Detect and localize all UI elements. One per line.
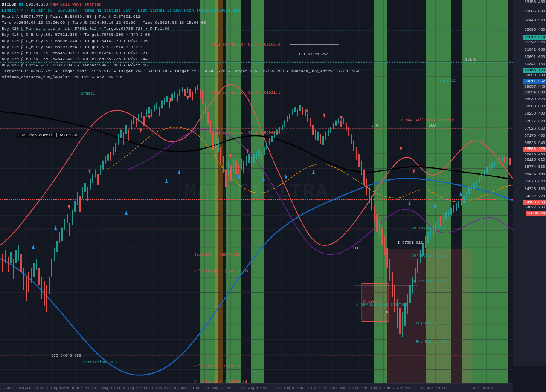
- svg-rect-198: [361, 161, 362, 175]
- price-54188: 54188.369: [523, 200, 546, 205]
- time-9aug: 9 Aug 10:00: [123, 386, 147, 391]
- svg-rect-238: [463, 196, 465, 203]
- price-60341: 60341.160: [524, 62, 545, 66]
- price-59657: 59657.448: [523, 84, 546, 89]
- svg-rect-147: [230, 165, 232, 181]
- svg-marker-272: [148, 115, 151, 119]
- svg-rect-230: [443, 214, 444, 223]
- svg-rect-235: [456, 203, 457, 211]
- info-line-2: Point A:55974.777 | Point B:58639.488 | …: [2, 14, 359, 20]
- svg-marker-261: [178, 170, 180, 174]
- svg-marker-260: [165, 179, 168, 183]
- price-axis: 63155.456 62805.000 62443.920 62093.460 …: [513, 0, 546, 366]
- time-10aug-am: 10 Aug 02:00: [149, 386, 175, 391]
- svg-rect-63: [15, 250, 17, 263]
- svg-rect-163: [271, 136, 273, 142]
- svg-rect-91: [87, 187, 88, 201]
- svg-rect-105: [123, 132, 124, 145]
- price-54372: 54372.720: [524, 194, 545, 199]
- svg-rect-114: [146, 109, 147, 117]
- svg-rect-253: [502, 155, 503, 161]
- svg-rect-251: [497, 159, 498, 165]
- svg-rect-156: [253, 154, 255, 163]
- red-wave-main: [0, 84, 513, 245]
- time-15aug-am: 15 Aug 05:00: [364, 386, 390, 391]
- svg-rect-248: [489, 165, 490, 171]
- svg-rect-61: [10, 252, 12, 263]
- svg-rect-175: [302, 107, 303, 115]
- svg-rect-135: [200, 89, 201, 98]
- svg-marker-264: [285, 174, 287, 178]
- svg-rect-80: [59, 232, 60, 243]
- time-13aug-am: 13 Aug 05:00: [277, 386, 303, 391]
- svg-rect-103: [118, 134, 119, 145]
- price-56563: 56563.226: [523, 147, 546, 152]
- orange-dashed: [107, 127, 513, 202]
- svg-rect-138: [207, 112, 209, 124]
- svg-rect-65: [20, 254, 22, 272]
- svg-rect-120: [161, 100, 163, 108]
- svg-rect-89: [82, 187, 83, 199]
- svg-marker-282: [400, 147, 402, 151]
- svg-rect-134: [197, 85, 198, 90]
- svg-rect-128: [182, 87, 183, 92]
- price-56825: 56825.940: [524, 141, 545, 145]
- info-line-7: Buy %10 @ C_Entry:88: 58207.866 ✦ Target…: [2, 44, 359, 50]
- svg-rect-185: [328, 129, 329, 136]
- svg-rect-116: [151, 109, 152, 117]
- svg-rect-242: [473, 183, 475, 189]
- svg-rect-189: [338, 118, 339, 124]
- price-62093: 62093.460: [524, 28, 545, 32]
- svg-rect-144: [223, 156, 224, 173]
- price-56125: 56125.020: [524, 158, 545, 162]
- svg-rect-222: [422, 243, 424, 255]
- svg-rect-75: [46, 285, 47, 312]
- svg-rect-81: [61, 228, 63, 241]
- svg-rect-169: [287, 116, 288, 122]
- svg-rect-254: [504, 156, 505, 163]
- svg-marker-258: [54, 225, 57, 229]
- svg-rect-225: [430, 228, 431, 238]
- svg-rect-76: [49, 277, 50, 294]
- svg-rect-204: [376, 214, 378, 232]
- svg-rect-110: [136, 118, 137, 127]
- svg-rect-72: [38, 268, 40, 285]
- svg-rect-85: [72, 210, 73, 225]
- info-line-12: minimum_distance_buy_levels: 626.821 ✦ A…: [2, 75, 359, 81]
- price-63155: 63155.456: [524, 0, 545, 4]
- svg-rect-149: [235, 161, 237, 174]
- svg-rect-214: [402, 312, 403, 337]
- svg-rect-159: [261, 152, 262, 161]
- svg-rect-201: [369, 187, 370, 203]
- info-line-11: Target:100: 60165.723 ✦ Target 161: 6181…: [2, 69, 359, 75]
- svg-marker-262: [238, 174, 240, 178]
- svg-rect-79: [56, 241, 58, 252]
- svg-rect-255: [507, 157, 508, 164]
- buy-arrows: [32, 170, 462, 249]
- svg-rect-224: [427, 232, 429, 243]
- svg-rect-83: [67, 214, 68, 223]
- red-wave-secondary: [128, 129, 513, 254]
- svg-rect-112: [141, 112, 142, 118]
- svg-rect-102: [115, 143, 116, 152]
- svg-rect-218: [412, 277, 413, 294]
- price-61812: 61812.514: [523, 35, 546, 40]
- svg-rect-115: [148, 107, 150, 114]
- svg-rect-176: [305, 109, 306, 116]
- svg-rect-71: [36, 259, 37, 270]
- svg-rect-82: [64, 219, 65, 230]
- price-53808: 53808.24: [526, 211, 546, 216]
- svg-marker-267: [434, 203, 436, 207]
- svg-marker-270: [88, 170, 91, 174]
- info-line-3: Time A:2024.08.13 23:00:00 | Time B:2024…: [2, 20, 359, 26]
- svg-rect-78: [54, 248, 55, 261]
- time-13aug-pm: 13 Aug 21:00: [308, 386, 334, 391]
- svg-rect-127: [179, 89, 180, 96]
- svg-rect-73: [41, 277, 42, 299]
- svg-rect-123: [169, 100, 170, 108]
- svg-marker-269: [68, 205, 70, 209]
- time-6aug: 6 Aug 18:00: [20, 386, 44, 391]
- blue-wave: [0, 179, 513, 375]
- svg-rect-125: [174, 92, 175, 98]
- svg-rect-86: [74, 201, 76, 212]
